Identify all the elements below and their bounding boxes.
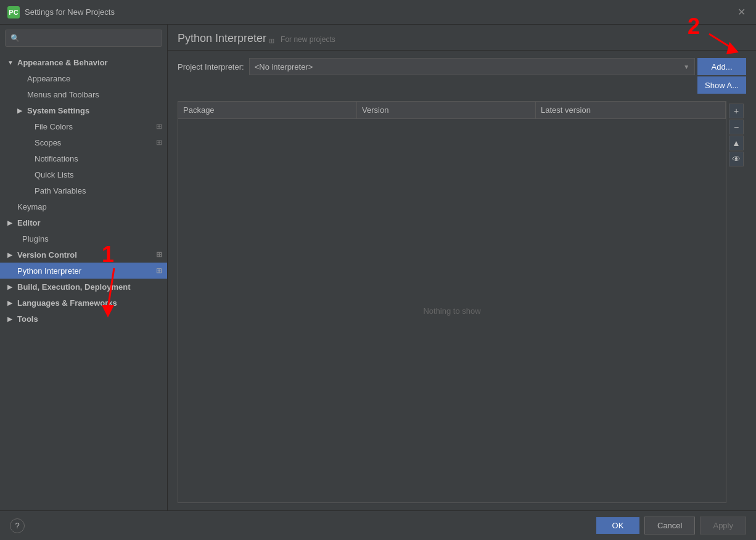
- cancel-button[interactable]: Cancel: [644, 517, 695, 534]
- expand-arrow: ▼: [7, 59, 15, 66]
- copy-icon: ⊞: [156, 250, 162, 259]
- sidebar-item-label: System Settings: [27, 106, 89, 115]
- sidebar-item-system-settings[interactable]: ▶ System Settings: [0, 102, 167, 118]
- dialog-title: Settings for New Projects: [25, 7, 734, 17]
- sidebar: 🔍 ▼ Appearance & Behavior Appearance: [0, 25, 168, 510]
- interpreter-label: Project Interpreter:: [178, 62, 244, 72]
- sidebar-item-label: Path Variables: [35, 186, 86, 195]
- empty-message: Nothing to show: [423, 306, 480, 316]
- copy-icon: ⊞: [156, 138, 162, 147]
- title-bar: PC Settings for New Projects ✕: [0, 0, 756, 25]
- interpreter-dropdown[interactable]: <No interpreter> ▼: [249, 58, 695, 75]
- search-input[interactable]: [22, 34, 157, 43]
- sidebar-item-appearance[interactable]: Appearance: [0, 70, 167, 86]
- page-subtitle: For new projects: [281, 35, 335, 44]
- app-icon: PC: [7, 6, 20, 18]
- remove-package-button[interactable]: −: [729, 120, 744, 134]
- col-version: Version: [357, 102, 536, 118]
- expand-arrow: ▶: [7, 300, 15, 306]
- copy-icon: ⊞: [156, 122, 162, 131]
- sidebar-item-path-variables[interactable]: Path Variables: [0, 182, 167, 198]
- expand-arrow: ▶: [17, 107, 25, 114]
- sidebar-item-label: Appearance: [27, 74, 70, 83]
- sidebar-item-keymap[interactable]: Keymap: [0, 198, 167, 215]
- col-latest-version: Latest version: [536, 102, 726, 118]
- search-box[interactable]: 🔍: [5, 30, 162, 47]
- sidebar-item-label: Scopes: [35, 138, 61, 147]
- sidebar-item-quick-lists[interactable]: Quick Lists: [0, 166, 167, 182]
- sidebar-item-label: Appearance & Behavior: [17, 58, 108, 67]
- content-body: Project Interpreter: <No interpreter> ▼ …: [168, 51, 756, 510]
- sidebar-item-languages-frameworks[interactable]: ▶ Languages & Frameworks: [0, 295, 167, 311]
- sidebar-item-label: File Colors: [35, 122, 73, 131]
- sidebar-item-menus-toolbars[interactable]: Menus and Toolbars: [0, 86, 167, 102]
- sidebar-item-build-execution[interactable]: ▶ Build, Execution, Deployment: [0, 279, 167, 295]
- page-icon: ⊞: [269, 37, 274, 45]
- sidebar-item-appearance-behavior[interactable]: ▼ Appearance & Behavior: [0, 54, 167, 70]
- sidebar-item-label: Keymap: [17, 202, 47, 211]
- sidebar-item-label: Languages & Frameworks: [17, 298, 117, 308]
- sidebar-item-label: Tools: [17, 314, 38, 324]
- expand-arrow: ▶: [7, 316, 15, 322]
- sidebar-item-file-colors[interactable]: File Colors ⊞: [0, 118, 167, 134]
- sidebar-item-label: Notifications: [35, 154, 78, 163]
- apply-button[interactable]: Apply: [700, 517, 746, 534]
- sidebar-item-notifications[interactable]: Notifications: [0, 150, 167, 166]
- content-header: Python Interpreter ⊞ For new projects: [168, 25, 756, 51]
- search-icon: 🔍: [10, 34, 20, 43]
- table-header: Package Version Latest version: [178, 102, 726, 119]
- add-show-buttons: Add... Show A...: [697, 58, 746, 94]
- expand-arrow: ▶: [7, 219, 15, 226]
- interpreter-value: <No interpreter>: [255, 62, 313, 72]
- sidebar-item-label: Quick Lists: [35, 170, 74, 179]
- page-title: Python Interpreter: [178, 32, 266, 45]
- expand-arrow: ▶: [7, 284, 15, 290]
- sidebar-item-scopes[interactable]: Scopes ⊞: [0, 134, 167, 150]
- ok-button[interactable]: OK: [596, 517, 639, 534]
- help-button[interactable]: ?: [10, 518, 25, 533]
- expand-arrow: ▶: [7, 252, 15, 258]
- sidebar-item-label: Version Control: [17, 250, 77, 260]
- bottom-bar: ? OK Cancel Apply: [0, 510, 756, 540]
- show-all-button[interactable]: Show A...: [697, 76, 746, 94]
- add-package-button[interactable]: +: [729, 104, 744, 118]
- col-package: Package: [178, 102, 357, 118]
- sidebar-item-plugins[interactable]: Plugins: [0, 231, 167, 247]
- table-body: Nothing to show: [178, 119, 726, 502]
- sidebar-item-python-interpreter[interactable]: Python Interpreter ⊞: [0, 263, 167, 279]
- sidebar-item-label: Build, Execution, Deployment: [17, 282, 130, 292]
- sidebar-item-label: Editor: [17, 218, 41, 227]
- sidebar-item-editor[interactable]: ▶ Editor: [0, 215, 167, 231]
- content-panel: Python Interpreter ⊞ For new projects Pr…: [168, 25, 756, 510]
- main-area: 🔍 ▼ Appearance & Behavior Appearance: [0, 25, 756, 510]
- close-button[interactable]: ✕: [734, 5, 749, 20]
- eye-button[interactable]: 👁: [729, 152, 744, 166]
- sidebar-nav: ▼ Appearance & Behavior Appearance Menus…: [0, 52, 167, 510]
- add-interpreter-button[interactable]: Add...: [697, 58, 746, 75]
- sidebar-item-label: Plugins: [22, 234, 49, 243]
- chevron-down-icon: ▼: [683, 63, 689, 70]
- sidebar-item-version-control[interactable]: ▶ Version Control ⊞: [0, 247, 167, 263]
- sidebar-item-tools[interactable]: ▶ Tools: [0, 311, 167, 327]
- upgrade-package-button[interactable]: ▲: [729, 136, 744, 150]
- sidebar-item-label: Python Interpreter: [17, 266, 81, 276]
- sidebar-item-label: Menus and Toolbars: [27, 90, 99, 99]
- package-table: Package Version Latest version Nothing t…: [178, 101, 726, 503]
- copy-icon: ⊞: [156, 266, 162, 275]
- bottom-left: ?: [10, 518, 25, 533]
